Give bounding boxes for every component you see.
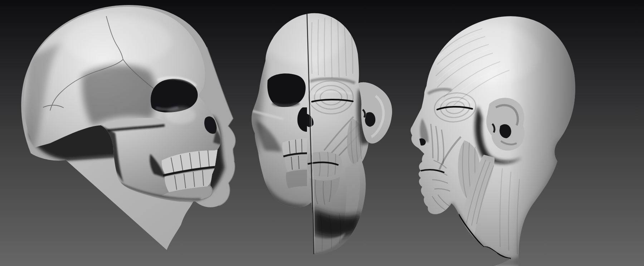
- render-viewport: [0, 0, 644, 266]
- sculpt-render-canvas: [0, 0, 644, 266]
- cranium-highlight: [64, 16, 172, 66]
- cheekbone-highlight: [166, 107, 196, 124]
- temporal-fossa-shade: [82, 65, 156, 126]
